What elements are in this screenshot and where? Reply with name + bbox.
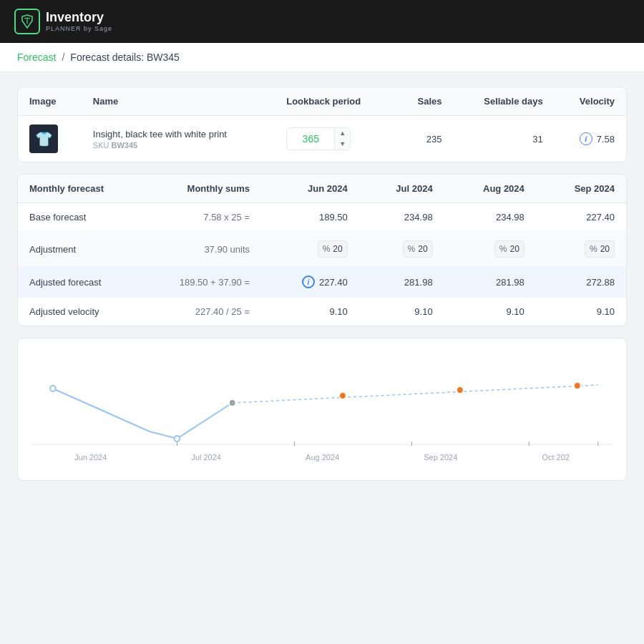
base-forecast-aug: 234.98	[444, 203, 536, 232]
breadcrumb-separator: /	[62, 52, 64, 63]
adj-jul-badge[interactable]: % 20	[403, 240, 433, 258]
adjustment-sep-input: % 20	[547, 240, 615, 258]
adjustment-aug-cell: % 20	[444, 232, 536, 267]
adjusted-forecast-jul: 281.98	[359, 267, 444, 298]
adj-aug-val: 20	[509, 244, 519, 254]
adjusted-velocity-label: Adjusted velocity	[18, 298, 147, 326]
logo-icon	[14, 9, 40, 34]
adj-sep-pct: %	[590, 244, 597, 254]
adjustment-jul-cell: % 20	[359, 232, 444, 267]
adjusted-velocity-sep: 9.10	[536, 298, 626, 326]
forecast-col-aug: Aug 2024	[444, 175, 536, 203]
adjusted-velocity-jul: 9.10	[359, 298, 444, 326]
adj-aug-pct: %	[499, 244, 507, 254]
adjustment-row: Adjustment 37.90 units % 20	[18, 232, 626, 267]
adj-jun-pct: %	[323, 244, 331, 254]
top-bar: Inventory PLANNER by Sage	[0, 0, 644, 43]
velocity-info-icon[interactable]: i	[580, 132, 592, 145]
forecast-table: Monthly forecast Monthly sums Jun 2024 J…	[18, 175, 626, 326]
lookback-up-button[interactable]: ▲	[335, 128, 350, 139]
adjusted-velocity-row: Adjusted velocity 227.40 / 25 = 9.10 9.1…	[18, 298, 626, 326]
col-sales: Sales	[395, 87, 453, 116]
adjusted-forecast-sums: 189.50 + 37.90 =	[147, 267, 261, 298]
lookback-arrows: ▲ ▼	[334, 128, 350, 150]
adj-sep-val: 20	[600, 244, 610, 254]
base-forecast-sep: 227.40	[536, 203, 626, 232]
product-image-cell: 👕	[18, 116, 82, 162]
forecast-col-jun: Jun 2024	[261, 175, 359, 203]
product-sku: SKU BW345	[93, 141, 263, 150]
product-card: Image Name Lookback period Sales Sellabl…	[17, 87, 627, 162]
svg-point-7	[574, 382, 581, 389]
adjustment-jun-cell: % 20	[261, 232, 359, 267]
base-forecast-sums: 7.58 x 25 =	[147, 203, 261, 232]
breadcrumb: Forecast / Forecast details: BW345	[0, 43, 644, 72]
velocity-value: 7.58	[597, 134, 615, 145]
adjustment-jun-input: % 20	[273, 240, 348, 258]
col-image: Image	[18, 87, 82, 116]
adjustment-jul-input: % 20	[371, 240, 433, 258]
chart-svg	[32, 353, 612, 446]
col-lookback: Lookback period	[275, 87, 395, 116]
chart-label-jul: Jul 2024	[191, 453, 221, 462]
breadcrumb-link[interactable]: Forecast	[17, 52, 56, 63]
main-content: Forecast / Forecast details: BW345 Image…	[0, 43, 644, 644]
forecast-card: Monthly forecast Monthly sums Jun 2024 J…	[17, 174, 627, 326]
adj-aug-badge[interactable]: % 20	[494, 240, 525, 258]
adjusted-forecast-row: Adjusted forecast 189.50 + 37.90 = i 227…	[18, 267, 626, 298]
product-image: 👕	[29, 125, 58, 153]
adjusted-velocity-sums: 227.40 / 25 =	[147, 298, 261, 326]
col-name: Name	[82, 87, 275, 116]
tshirt-icon: 👕	[35, 130, 53, 147]
lookback-input[interactable]: 365 ▲ ▼	[286, 127, 351, 150]
chart-area: Jun 2024 Jul 2024 Aug 2024 Sep 2024 Oct …	[32, 353, 612, 453]
logo-sub-text: PLANNER by Sage	[46, 25, 112, 32]
adj-forecast-jun-val: 227.40	[319, 277, 348, 288]
col-sellable: Sellable days	[453, 87, 554, 116]
adjusted-velocity-jun: 9.10	[261, 298, 359, 326]
adjusted-forecast-sep: 272.88	[536, 267, 626, 298]
adj-forecast-info-icon[interactable]: i	[302, 275, 315, 288]
forecast-col-monthly: Monthly forecast	[18, 175, 147, 203]
base-forecast-jun: 189.50	[261, 203, 359, 232]
chart-label-aug: Aug 2024	[306, 453, 339, 462]
forecast-col-sums: Monthly sums	[147, 175, 261, 203]
svg-point-6	[457, 386, 464, 394]
svg-point-5	[339, 392, 346, 399]
adjustment-label: Adjustment	[18, 232, 147, 267]
product-name: Insight, black tee with white print	[93, 129, 263, 140]
svg-point-4	[229, 399, 236, 406]
svg-line-1	[233, 385, 598, 403]
logo: Inventory PLANNER by Sage	[14, 9, 112, 34]
adjusted-forecast-jun: i 227.40	[261, 267, 359, 298]
content-area: Image Name Lookback period Sales Sellabl…	[0, 72, 644, 495]
adjustment-sums: 37.90 units	[147, 232, 261, 267]
forecast-col-sep: Sep 2024	[536, 175, 626, 203]
base-forecast-row: Base forecast 7.58 x 25 = 189.50 234.98 …	[18, 203, 626, 232]
chart-label-sep: Sep 2024	[424, 453, 457, 462]
svg-point-2	[50, 386, 56, 391]
adj-jun-badge[interactable]: % 20	[318, 240, 348, 258]
product-name-cell: Insight, black tee with white print SKU …	[82, 116, 275, 162]
breadcrumb-current: Forecast details: BW345	[70, 52, 180, 63]
chart-card: Jun 2024 Jul 2024 Aug 2024 Sep 2024 Oct …	[17, 338, 627, 481]
adjusted-forecast-aug: 281.98	[444, 267, 536, 298]
adjusted-forecast-label: Adjusted forecast	[18, 267, 147, 298]
adjustment-sep-cell: % 20	[536, 232, 626, 267]
product-table: Image Name Lookback period Sales Sellabl…	[18, 87, 626, 162]
product-row: 👕 Insight, black tee with white print SK…	[18, 116, 626, 162]
velocity-info: i 7.58	[566, 132, 615, 145]
adj-sep-badge[interactable]: % 20	[585, 240, 615, 258]
adj-jul-val: 20	[418, 244, 427, 254]
base-forecast-label: Base forecast	[18, 203, 147, 232]
adjustment-aug-input: % 20	[456, 240, 525, 258]
adj-jun-val: 20	[333, 244, 342, 254]
sales-cell: 235	[395, 116, 453, 162]
lookback-down-button[interactable]: ▼	[335, 139, 350, 150]
sku-value: BW345	[112, 141, 138, 150]
chart-label-jun: Jun 2024	[74, 453, 107, 462]
logo-main-text: Inventory	[46, 11, 112, 25]
velocity-cell: i 7.58	[555, 116, 626, 162]
lookback-cell: 365 ▲ ▼	[275, 116, 395, 162]
col-velocity: Velocity	[555, 87, 626, 116]
